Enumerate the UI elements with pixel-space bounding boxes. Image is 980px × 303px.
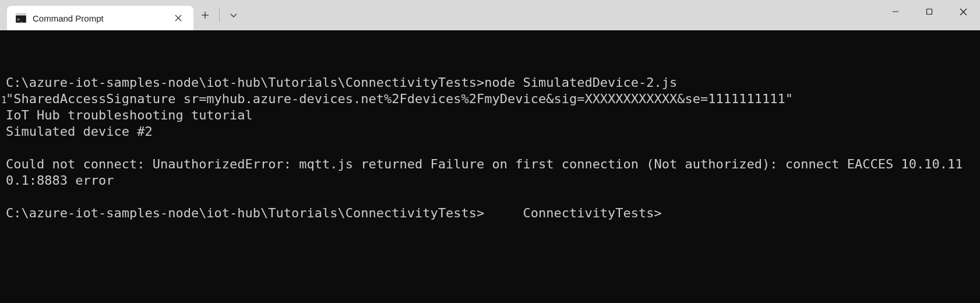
minimize-button[interactable] bbox=[879, 0, 912, 23]
tab-command-prompt[interactable]: >_ Command Prompt bbox=[7, 6, 193, 30]
terminal-output[interactable]: 1 C:\azure-iot-samples-node\iot-hub\Tuto… bbox=[0, 30, 980, 303]
svg-rect-1 bbox=[16, 13, 26, 15]
tab-title: Command Prompt bbox=[33, 13, 154, 23]
maximize-button[interactable] bbox=[912, 0, 946, 23]
new-tab-button[interactable] bbox=[193, 3, 217, 27]
tabbar-separator bbox=[219, 9, 220, 22]
close-button[interactable] bbox=[946, 0, 980, 23]
cmd-icon: >_ bbox=[15, 12, 27, 24]
overlay-digit: 1 bbox=[1, 92, 7, 108]
window-titlebar: >_ Command Prompt bbox=[0, 0, 980, 30]
tab-dropdown-button[interactable] bbox=[222, 3, 245, 27]
svg-text:>_: >_ bbox=[17, 17, 23, 22]
svg-rect-8 bbox=[927, 9, 932, 15]
window-controls bbox=[879, 0, 980, 30]
tab-close-button[interactable] bbox=[171, 11, 185, 25]
tab-strip: >_ Command Prompt bbox=[0, 0, 245, 30]
